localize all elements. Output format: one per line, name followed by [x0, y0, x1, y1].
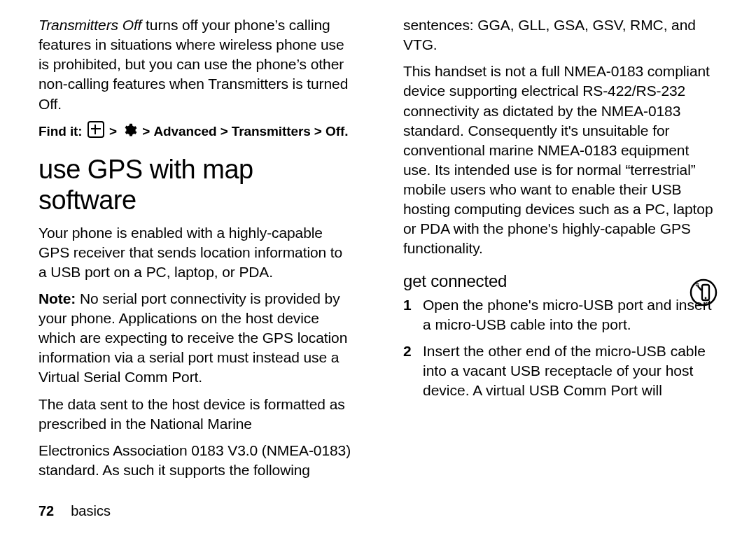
two-column-body: Transmitters Off turns off your phone’s …	[38, 15, 718, 481]
menu-grid-icon	[88, 121, 104, 138]
usb-phone-icon: +	[690, 278, 718, 306]
find-it-path: Advanced > Transmitters > Off	[153, 124, 344, 139]
get-connected-header-row: get connected +	[403, 271, 718, 291]
section-heading: use GPS with map software	[38, 155, 353, 216]
find-it-gt-1: >	[109, 124, 117, 139]
get-connected-heading: get connected	[403, 271, 718, 291]
gps-intro-paragraph: Your phone is enabled with a highly-capa…	[38, 223, 353, 282]
note-body: No serial port connectivity is provided …	[38, 290, 347, 386]
step-1-text: Open the phone's micro-USB port and inse…	[423, 295, 718, 334]
transmitters-lead: Transmitters Off	[38, 17, 141, 33]
page-number: 72	[38, 503, 54, 519]
nmea-disclaimer-paragraph: This handset is not a full NMEA-0183 com…	[403, 62, 718, 258]
transmitters-paragraph: Transmitters Off turns off your phone’s …	[38, 15, 353, 114]
step-2-number: 2	[403, 341, 423, 400]
find-it-gt-2: >	[142, 124, 150, 139]
page-footer: 72basics	[38, 503, 111, 519]
note-label: Note:	[38, 290, 76, 306]
note-paragraph: Note: No serial port connectivity is pro…	[38, 289, 353, 388]
step-2: 2 Insert the other end of the micro-USB …	[403, 341, 718, 400]
nmea-lead-paragraph: The data sent to the host device is form…	[38, 395, 353, 434]
svg-text:+: +	[695, 281, 699, 288]
step-2-text: Insert the other end of the micro-USB ca…	[423, 341, 718, 400]
document-page: Transmitters Off turns off your phone’s …	[0, 0, 756, 536]
settings-gear-icon	[122, 122, 137, 138]
step-1-number: 1	[403, 295, 423, 334]
find-it-label: Find it:	[38, 124, 83, 139]
svg-point-2	[705, 297, 707, 299]
find-it-line: Find it: > > Advanced > Transmitters > O…	[38, 121, 353, 141]
section-name: basics	[71, 503, 111, 519]
step-1: 1 Open the phone's micro-USB port and in…	[403, 295, 718, 334]
